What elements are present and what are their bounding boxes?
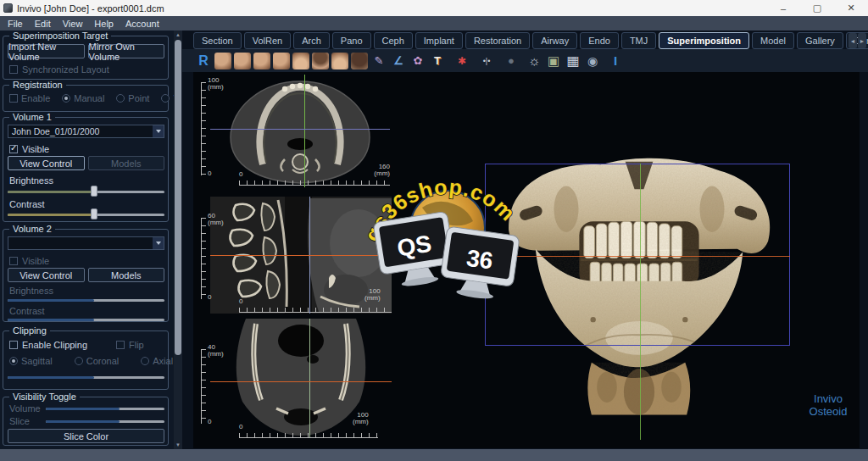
angle-measurement-icon[interactable]: ∠	[390, 53, 407, 69]
tab-scroll-left-icon[interactable]: ◄	[849, 33, 857, 48]
synchronized-layout-label: Synchronized Layout	[22, 64, 109, 75]
tab-pano[interactable]: Pano	[332, 32, 371, 49]
sidebar-scrollbar[interactable]: ▲ ▼	[174, 31, 182, 449]
minimize-button[interactable]: –	[766, 0, 800, 16]
ruler-label: 40(mm)	[208, 344, 224, 358]
tab-model[interactable]: Model	[752, 32, 794, 49]
panel-title: Registration	[9, 80, 66, 90]
volume2-panel: Volume 2 Visible View Control Models Bri…	[3, 229, 169, 322]
grid-layout-icon[interactable]: ▦	[565, 53, 581, 69]
menu-account[interactable]: Account	[125, 19, 159, 29]
clipping-slider[interactable]	[8, 371, 164, 383]
slider-thumb[interactable]	[91, 208, 97, 219]
ruler-measurement-icon[interactable]: ✎	[370, 53, 387, 69]
tab-scroll-right-icon[interactable]: ►	[858, 33, 866, 48]
visibility-slice-slider[interactable]	[46, 415, 164, 427]
volume2-visible-checkbox[interactable]	[9, 257, 18, 265]
coronal-view[interactable]: 40(mm) 0 0 100(mm)	[198, 319, 392, 444]
axial-crosshair-vertical[interactable]	[304, 75, 305, 187]
scroll-down-icon[interactable]: ▼	[174, 441, 182, 449]
volume1-brightness-slider[interactable]	[8, 186, 164, 197]
tab-restoration[interactable]: Restoration	[465, 32, 530, 49]
scroll-up-icon[interactable]: ▲	[174, 31, 182, 39]
panel-title: Superimposition Target	[9, 31, 111, 41]
panel-title: Visibility Toggle	[9, 392, 80, 402]
tab-volren[interactable]: VolRen	[244, 32, 291, 49]
menu-file[interactable]: File	[8, 19, 23, 29]
enable-clipping-label: Enable Clipping	[22, 340, 87, 350]
tab-ceph[interactable]: Ceph	[374, 32, 413, 49]
coronal-crosshair-vertical[interactable]	[309, 319, 310, 437]
tab-implant[interactable]: Implant	[415, 32, 463, 49]
mirror-own-volume-button[interactable]: Mirror Own Volume	[88, 44, 165, 58]
close-button[interactable]: ✕	[834, 0, 868, 16]
registration-manual-radio[interactable]	[62, 94, 70, 103]
enable-clipping-checkbox[interactable]	[9, 341, 18, 349]
volume2-models-button[interactable]: Models	[88, 268, 165, 282]
orientation-top-icon[interactable]	[312, 53, 329, 69]
watermark-monitor-right: 36	[438, 226, 520, 303]
slider-thumb[interactable]	[91, 186, 97, 197]
volume-clip-icon[interactable]: ●	[503, 53, 520, 69]
synchronized-layout-checkbox[interactable]	[9, 65, 18, 74]
volume-crosshair-vertical[interactable]	[640, 164, 641, 440]
coronal-crosshair-horizontal[interactable]	[210, 381, 392, 382]
volume2-visible-label: Visible	[22, 256, 49, 266]
tab-endo[interactable]: Endo	[580, 32, 619, 49]
tab-section[interactable]: Section	[193, 32, 242, 49]
registration-enable-checkbox[interactable]	[9, 94, 18, 103]
tab-airway[interactable]: Airway	[532, 32, 577, 49]
registration-volume-radio[interactable]	[161, 94, 170, 103]
registration-enable-label: Enable	[21, 93, 50, 103]
import-new-volume-button[interactable]: Import New Volume	[8, 44, 85, 58]
orientation-front-left-icon[interactable]	[273, 53, 290, 69]
volume1-models-button[interactable]: Models	[88, 156, 165, 170]
information-icon[interactable]: I	[607, 53, 624, 69]
flip-label: Flip	[129, 340, 144, 350]
ruler-label: 0	[208, 294, 211, 301]
clipping-coronal-radio[interactable]	[75, 357, 83, 365]
orientation-right-lateral-icon[interactable]	[214, 53, 231, 69]
svg-text:QS: QS	[395, 230, 433, 262]
gallery-capture-icon[interactable]: ▣	[545, 53, 562, 69]
menu-view[interactable]: View	[63, 19, 83, 29]
maximize-button[interactable]: ▢	[800, 0, 834, 16]
volume1-dropdown[interactable]: John Doe_01/01/2000	[8, 125, 164, 138]
visibility-volume-slider[interactable]	[46, 403, 164, 414]
orientation-front-icon[interactable]	[292, 53, 309, 69]
point-marker-icon[interactable]: ✱	[453, 53, 470, 69]
slice-color-button[interactable]: Slice Color	[8, 429, 164, 443]
scrollbar-thumb[interactable]	[175, 40, 181, 355]
axial-crosshair-horizontal[interactable]	[210, 129, 390, 130]
clipping-coronal-label: Coronal	[86, 356, 120, 366]
clipping-axial-radio[interactable]	[141, 357, 149, 365]
window-title: Invivo [John Doe] - export0001.dcm	[17, 3, 164, 14]
menu-edit[interactable]: Edit	[35, 19, 51, 29]
volume1-contrast-slider[interactable]	[8, 208, 164, 220]
clipping-sagittal-radio[interactable]	[9, 357, 18, 365]
render-settings-icon[interactable]: ☼	[526, 53, 542, 69]
volume1-visible-checkbox[interactable]	[9, 145, 18, 153]
tab-gallery[interactable]: Gallery	[797, 32, 843, 49]
freeform-measurement-icon[interactable]: ✿	[409, 53, 426, 69]
volume2-dropdown[interactable]	[8, 236, 164, 250]
reorientation-icon[interactable]: R	[195, 53, 212, 69]
volume2-view-control-button[interactable]: View Control	[8, 268, 85, 282]
tab-superimposition[interactable]: Superimposition	[659, 32, 749, 49]
text-annotation-icon[interactable]: T	[429, 53, 446, 69]
volume2-brightness-slider[interactable]	[8, 294, 164, 306]
menu-help[interactable]: Help	[94, 19, 114, 29]
orientation-bottom-icon[interactable]	[331, 53, 348, 69]
volume2-contrast-slider[interactable]	[8, 314, 164, 325]
registration-point-radio[interactable]	[116, 94, 125, 103]
visibility-toggle-icon[interactable]: ◉	[584, 53, 601, 69]
flip-checkbox[interactable]	[116, 341, 125, 349]
tab-tmj[interactable]: TMJ	[621, 32, 656, 49]
orientation-back-icon[interactable]	[351, 53, 368, 69]
slice-adjust-icon[interactable]: •|•	[478, 53, 495, 69]
volume1-view-control-button[interactable]: View Control	[8, 156, 85, 170]
tab-arch[interactable]: Arch	[293, 32, 330, 49]
orientation-front-right-icon[interactable]	[253, 53, 270, 69]
orientation-left-lateral-icon[interactable]	[234, 53, 251, 69]
volume1-panel: Volume 1 John Doe_01/01/2000 Visible Vie…	[3, 117, 169, 222]
